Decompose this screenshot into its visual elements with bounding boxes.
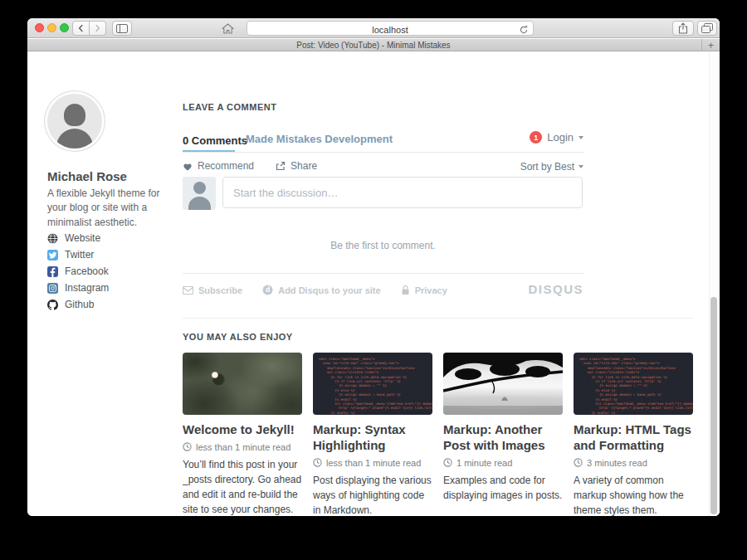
sidebar-link-label: Github: [65, 299, 94, 310]
post-excerpt: You’ll find this post in your _posts dir…: [183, 457, 302, 516]
sidebar-link-label: Website: [65, 232, 100, 244]
sidebar-link-label: Facebook: [65, 265, 109, 277]
login-label: Login: [547, 131, 574, 144]
add-disqus-link[interactable]: d Add Disqus to your site: [262, 285, 380, 295]
privacy-link[interactable]: Privacy: [401, 285, 447, 295]
new-tab-button[interactable]: +: [701, 39, 720, 51]
page-content: Michael Rose A flexible Jekyll theme for…: [27, 52, 720, 516]
share-thread-button[interactable]: Share: [276, 160, 317, 172]
address-bar[interactable]: [247, 21, 534, 36]
show-tabs-button[interactable]: [697, 21, 717, 36]
subscribe-label: Subscribe: [198, 285, 242, 295]
author-links: Website Twitter Facebook Instagram Githu…: [47, 230, 109, 313]
zoom-window-button[interactable]: [60, 23, 69, 32]
forward-button[interactable]: [89, 21, 106, 36]
comments-heading: LEAVE A COMMENT: [183, 102, 276, 112]
related-post-card[interactable]: <div class="masthead__menu"> <nav id="si…: [574, 353, 693, 516]
disqus-logo[interactable]: DISQUS: [528, 282, 583, 296]
author-name: Michael Rose: [47, 169, 127, 183]
clock-icon: [183, 442, 192, 451]
tabs-icon: [701, 23, 713, 33]
sidebar-item-website[interactable]: Website: [47, 230, 109, 246]
tab-bar: Post: Video (YouTube) - Minimal Mistakes…: [27, 39, 720, 51]
notification-badge[interactable]: 1: [530, 131, 542, 144]
recommend-label: Recommend: [198, 160, 254, 172]
sidebar-item-facebook[interactable]: Facebook: [47, 263, 109, 280]
read-time: less than 1 minute read: [326, 458, 421, 468]
share-button[interactable]: [672, 21, 694, 36]
divider: [183, 273, 583, 274]
avatar-silhouette-body: [56, 129, 93, 149]
sidebar-item-github[interactable]: Github: [47, 296, 109, 313]
read-time: less than 1 minute read: [196, 442, 290, 452]
comment-input[interactable]: [222, 177, 583, 208]
post-meta: less than 1 minute read: [183, 442, 302, 452]
post-thumbnail-code[interactable]: <div class="masthead__menu"> <nav id="si…: [574, 353, 693, 415]
scrollbar-thumb[interactable]: [710, 297, 717, 514]
login-menu[interactable]: 1 Login: [530, 131, 583, 144]
post-title[interactable]: Markup: Syntax Highlighting: [313, 422, 432, 454]
globe-icon: [47, 233, 58, 244]
browser-window: Post: Video (YouTube) - Minimal Mistakes…: [27, 18, 720, 516]
read-time: 3 minutes read: [587, 458, 647, 468]
divider: [183, 318, 693, 319]
sidebar-item-instagram[interactable]: Instagram: [47, 280, 109, 296]
tab-comments-count[interactable]: 0 Comments: [183, 134, 247, 147]
sort-menu[interactable]: Sort by Best: [520, 161, 583, 173]
subscribe-link[interactable]: Subscribe: [183, 285, 242, 295]
post-excerpt: A variety of common markup showing how t…: [574, 473, 693, 517]
url-input[interactable]: [247, 23, 533, 37]
tab-forum-link[interactable]: Made Mistakes Development: [246, 133, 393, 145]
envelope-icon: [183, 286, 193, 295]
minimize-window-button[interactable]: [47, 23, 56, 32]
author-bio: A flexible Jekyll theme for your blog or…: [47, 187, 160, 230]
related-post-card[interactable]: Markup: Another Post with Images 1 minut…: [443, 353, 563, 503]
post-thumbnail-code[interactable]: <div class="masthead__menu"> <nav id="si…: [313, 353, 432, 415]
back-button[interactable]: [72, 21, 90, 36]
clock-icon: [574, 458, 583, 467]
active-tab-title[interactable]: Post: Video (YouTube) - Minimal Mistakes: [296, 41, 450, 50]
facebook-icon: [47, 266, 58, 277]
recommend-button[interactable]: Recommend: [183, 160, 254, 172]
share-icon: [678, 22, 688, 34]
scrollbar-track[interactable]: [709, 52, 720, 516]
share-label: Share: [290, 160, 317, 172]
read-time: 1 minute read: [456, 458, 512, 468]
clock-icon: [443, 458, 452, 467]
code-screenshot-text: <div class="masthead__menu"> <nav id="si…: [319, 357, 427, 415]
post-thumbnail-fog-tree[interactable]: [443, 353, 563, 415]
browser-toolbar: [27, 18, 720, 38]
related-post-card[interactable]: Welcome to Jekyll! less than 1 minute re…: [183, 353, 302, 516]
sidebar-icon: [116, 24, 128, 33]
comment-avatar: [183, 177, 216, 210]
avatar-silhouette: [193, 182, 206, 194]
window-controls: [35, 23, 69, 32]
disqus-d-icon: d: [262, 285, 273, 295]
clock-icon: [313, 458, 322, 467]
close-window-button[interactable]: [35, 23, 44, 32]
sort-label: Sort by Best: [520, 161, 574, 173]
chevron-down-icon: [579, 165, 583, 168]
sidebar-item-twitter[interactable]: Twitter: [47, 246, 109, 263]
post-meta: 1 minute read: [443, 458, 563, 468]
post-thumbnail-green-macro[interactable]: [183, 353, 302, 415]
svg-text:d: d: [266, 285, 270, 294]
twitter-icon: [47, 250, 58, 261]
sidebar-toggle-button[interactable]: [112, 21, 132, 36]
home-button[interactable]: [222, 22, 234, 37]
share-arrow-icon: [276, 161, 286, 171]
code-screenshot-text: <div class="masthead__menu"> <nav id="si…: [579, 357, 687, 415]
avatar-silhouette-body: [188, 197, 211, 210]
reload-button[interactable]: [519, 23, 529, 38]
add-disqus-label: Add Disqus to your site: [278, 285, 380, 295]
post-title[interactable]: Welcome to Jekyll!: [183, 422, 302, 438]
post-title[interactable]: Markup: HTML Tags and Formatting: [574, 422, 693, 454]
home-icon: [222, 23, 234, 34]
post-title[interactable]: Markup: Another Post with Images: [443, 422, 563, 454]
related-heading: YOU MAY ALSO ENJOY: [183, 332, 293, 342]
chevron-down-icon: [579, 136, 583, 139]
avatar-silhouette: [64, 104, 85, 126]
chevron-left-icon: [77, 24, 85, 32]
sidebar-link-label: Twitter: [65, 249, 94, 261]
related-post-card[interactable]: <div class="masthead__menu"> <nav id="si…: [313, 353, 432, 516]
